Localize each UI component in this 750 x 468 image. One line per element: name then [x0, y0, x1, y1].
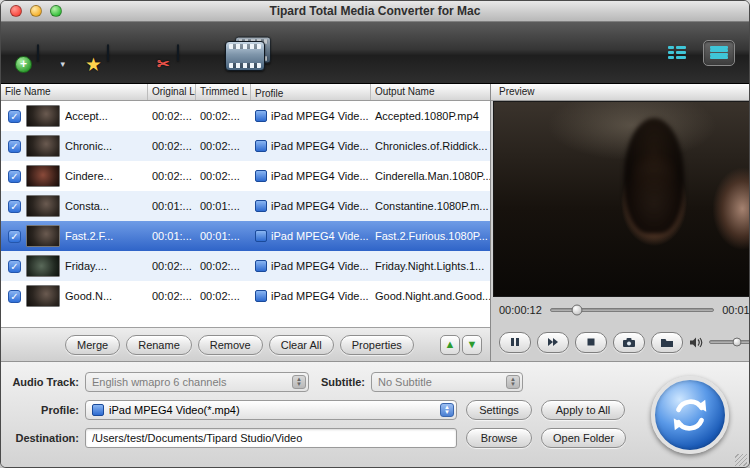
profile-cell: iPad MPEG4 Vide...: [251, 170, 371, 182]
down-arrow-icon: ▼: [467, 339, 478, 350]
file-name-text: Consta...: [65, 200, 109, 212]
seek-knob[interactable]: [571, 305, 582, 316]
video-thumbnail: [26, 165, 60, 187]
table-header: File Name Original Le Trimmed L Profile …: [1, 84, 490, 101]
volume-control: [689, 336, 750, 349]
destination-input[interactable]: [85, 428, 457, 448]
move-up-button[interactable]: ▲: [440, 335, 460, 355]
view-toggles: [661, 40, 735, 66]
row-checkbox[interactable]: ✓: [8, 290, 21, 303]
merge-button[interactable]: Merge: [65, 335, 120, 355]
clear-all-button[interactable]: Clear All: [269, 335, 334, 355]
column-file-name[interactable]: File Name: [1, 84, 148, 100]
convert-button[interactable]: [651, 376, 729, 454]
output-name: Friday.Night.Lights.1...: [371, 260, 490, 272]
table-row[interactable]: ✓Consta...00:01:...00:01:...iPad MPEG4 V…: [1, 191, 490, 221]
stop-icon: [586, 337, 596, 347]
chevron-down-icon: ▾: [60, 59, 65, 69]
trimmed-length: 00:01:...: [196, 200, 251, 212]
table-row[interactable]: ✓Accept...00:02:...00:02:...iPad MPEG4 V…: [1, 101, 490, 131]
file-name-text: Cindere...: [65, 170, 113, 182]
open-folder-button[interactable]: Open Folder: [541, 428, 626, 448]
profile-cell: iPad MPEG4 Vide...: [251, 140, 371, 152]
output-name: Constantine.1080P.m...: [371, 200, 490, 212]
clip-button[interactable]: ✂: [155, 33, 201, 73]
video-thumbnail: [26, 225, 60, 247]
merge-tool-button[interactable]: [225, 33, 271, 73]
row-checkbox[interactable]: ✓: [8, 200, 21, 213]
video-frame-art: [624, 118, 685, 234]
profile-row: Profile: iPad MPEG4 Video(*.mp4) ▲▼ Sett…: [1, 399, 749, 421]
trimmed-length: 00:02:...: [196, 170, 251, 182]
video-thumbnail: [26, 285, 60, 307]
profile-select[interactable]: iPad MPEG4 Video(*.mp4) ▲▼: [85, 400, 457, 420]
row-checkbox[interactable]: ✓: [8, 140, 21, 153]
table-row[interactable]: ✓Friday....00:02:...00:02:...iPad MPEG4 …: [1, 251, 490, 281]
apply-to-all-button[interactable]: Apply to All: [541, 400, 625, 420]
volume-slider[interactable]: [709, 340, 750, 344]
table-row[interactable]: ✓Good.N...00:02:...00:02:...iPad MPEG4 V…: [1, 281, 490, 311]
add-plus-icon: +: [15, 56, 32, 73]
seek-row: 00:00:12 00:01:20: [491, 297, 750, 323]
thumbnail-view-button[interactable]: [661, 40, 693, 66]
film-strip-icon: [107, 44, 109, 61]
main-toolbar: + ▾ ★ ✂: [1, 22, 749, 84]
seek-slider[interactable]: [550, 308, 714, 312]
subtitle-select[interactable]: No Subtitle ▲▼: [371, 372, 523, 392]
row-checkbox[interactable]: ✓: [8, 170, 21, 183]
profile-text: iPad MPEG4 Vide...: [271, 260, 369, 272]
audio-track-select[interactable]: English wmapro 6 channels ▲▼: [85, 372, 309, 392]
table-row[interactable]: ✓Chronic...00:02:...00:02:...iPad MPEG4 …: [1, 131, 490, 161]
snapshot-folder-button[interactable]: [651, 332, 683, 353]
row-checkbox[interactable]: ✓: [8, 230, 21, 243]
device-icon: [255, 140, 267, 152]
move-down-button[interactable]: ▼: [462, 335, 482, 355]
stop-button[interactable]: [575, 332, 607, 353]
browse-button[interactable]: Browse: [466, 428, 532, 448]
speaker-icon[interactable]: [689, 336, 704, 349]
resize-grip[interactable]: [735, 454, 747, 466]
column-trimmed-length[interactable]: Trimmed L: [196, 84, 251, 100]
row-checkbox[interactable]: ✓: [8, 260, 21, 273]
profile-text: iPad MPEG4 Vide...: [271, 200, 369, 212]
column-profile[interactable]: Profile: [251, 84, 371, 100]
profile-label: Profile:: [1, 404, 85, 416]
preview-video[interactable]: [493, 101, 750, 297]
row-checkbox[interactable]: ✓: [8, 110, 21, 123]
settings-button[interactable]: Settings: [466, 400, 532, 420]
output-name: Cinderella.Man.1080P...: [371, 170, 490, 182]
video-thumbnail: [26, 135, 60, 157]
toolbar-icons: + ▾ ★ ✂: [15, 33, 271, 73]
device-icon: [255, 290, 267, 302]
popup-arrows-icon: ▲▼: [506, 375, 520, 389]
destination-label: Destination:: [1, 432, 85, 444]
trimmed-length: 00:02:...: [196, 260, 251, 272]
device-icon: [255, 170, 267, 182]
profile-text: iPad MPEG4 Vide...: [271, 230, 369, 242]
rename-button[interactable]: Rename: [126, 335, 192, 355]
pause-button[interactable]: [499, 332, 531, 353]
audio-track-value: English wmapro 6 channels: [92, 376, 227, 388]
original-length: 00:01:...: [148, 230, 196, 242]
table-row[interactable]: ✓Cindere...00:02:...00:02:...iPad MPEG4 …: [1, 161, 490, 191]
film-strip-icon: [37, 44, 39, 61]
volume-knob[interactable]: [733, 338, 742, 347]
file-name-cell: ✓Fast.2.F...: [1, 225, 148, 247]
properties-button[interactable]: Properties: [340, 335, 414, 355]
convert-sync-icon: [669, 394, 711, 436]
table-row[interactable]: ✓Fast.2.F...00:01:...00:01:...iPad MPEG4…: [1, 221, 490, 251]
folder-icon: [660, 337, 674, 348]
remove-button[interactable]: Remove: [198, 335, 263, 355]
camera-icon: [622, 337, 636, 348]
add-file-button[interactable]: + ▾: [15, 33, 61, 73]
snapshot-button[interactable]: [613, 332, 645, 353]
fast-forward-button[interactable]: [537, 332, 569, 353]
column-output-name[interactable]: Output Name: [371, 84, 490, 100]
file-name-text: Good.N...: [65, 290, 112, 302]
list-view-button[interactable]: [703, 40, 735, 66]
edit-effect-button[interactable]: ★: [85, 33, 131, 73]
profile-text: iPad MPEG4 Vide...: [271, 110, 369, 122]
column-original-length[interactable]: Original Le: [148, 84, 196, 100]
profile-cell: iPad MPEG4 Vide...: [251, 230, 371, 242]
trimmed-length: 00:01:...: [196, 230, 251, 242]
